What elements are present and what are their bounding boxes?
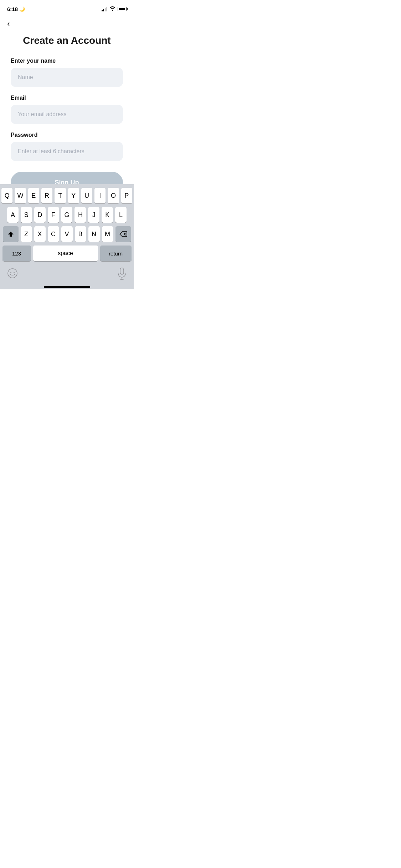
key-v[interactable]: V	[61, 226, 73, 242]
signal-icon	[102, 7, 108, 11]
svg-rect-3	[120, 268, 124, 274]
form-container: Create an Account Enter your name Email …	[0, 35, 134, 208]
email-field-group: Email	[11, 95, 123, 124]
page-title: Create an Account	[11, 35, 123, 46]
keyboard: Q W E R T Y U I O P A S D F G H J K L Z …	[0, 184, 134, 289]
space-key[interactable]: space	[33, 246, 98, 261]
key-q[interactable]: Q	[1, 188, 12, 203]
svg-point-1	[10, 272, 11, 273]
key-d[interactable]: D	[34, 207, 46, 223]
keyboard-row-3: Z X C V B N M	[1, 226, 132, 242]
key-m[interactable]: M	[102, 226, 113, 242]
status-bar: 6:18 🌙	[0, 0, 134, 16]
keyboard-row-1: Q W E R T Y U I O P	[1, 188, 132, 203]
key-c[interactable]: C	[48, 226, 59, 242]
key-s[interactable]: S	[21, 207, 32, 223]
status-icons	[102, 6, 127, 12]
key-b[interactable]: B	[75, 226, 86, 242]
password-input[interactable]	[11, 142, 123, 161]
keyboard-row-2: A S D F G H J K L	[1, 207, 132, 223]
return-key[interactable]: return	[100, 246, 132, 261]
key-f[interactable]: F	[48, 207, 59, 223]
key-t[interactable]: T	[55, 188, 66, 203]
microphone-button[interactable]	[117, 268, 127, 281]
svg-point-2	[14, 272, 15, 273]
password-field-group: Password	[11, 132, 123, 161]
name-field-group: Enter your name	[11, 58, 123, 87]
keyboard-accessory-bar	[1, 265, 132, 284]
key-a[interactable]: A	[7, 207, 19, 223]
key-j[interactable]: J	[88, 207, 99, 223]
email-input[interactable]	[11, 105, 123, 124]
key-w[interactable]: W	[15, 188, 26, 203]
status-time: 6:18 🌙	[7, 6, 25, 12]
name-input[interactable]	[11, 68, 123, 87]
key-p[interactable]: P	[121, 188, 132, 203]
key-k[interactable]: K	[102, 207, 113, 223]
key-z[interactable]: Z	[21, 226, 32, 242]
key-i[interactable]: I	[94, 188, 106, 203]
svg-point-0	[8, 269, 17, 278]
key-e[interactable]: E	[28, 188, 39, 203]
time-display: 6:18	[7, 6, 18, 12]
key-h[interactable]: H	[74, 207, 86, 223]
key-y[interactable]: Y	[68, 188, 79, 203]
key-o[interactable]: O	[108, 188, 119, 203]
key-g[interactable]: G	[61, 207, 73, 223]
numbers-key[interactable]: 123	[2, 246, 31, 261]
key-u[interactable]: U	[81, 188, 92, 203]
keyboard-bottom-row: 123 space return	[1, 246, 132, 261]
backspace-key[interactable]	[115, 226, 131, 242]
home-indicator	[1, 284, 132, 289]
key-x[interactable]: X	[34, 226, 46, 242]
shift-key[interactable]	[3, 226, 19, 242]
emoji-button[interactable]	[7, 268, 18, 281]
key-l[interactable]: L	[115, 207, 127, 223]
password-label: Password	[11, 132, 123, 138]
key-n[interactable]: N	[88, 226, 100, 242]
battery-icon	[118, 7, 127, 11]
back-chevron-icon: ‹	[7, 19, 10, 28]
back-button[interactable]: ‹	[0, 16, 134, 32]
email-label: Email	[11, 95, 123, 101]
name-label: Enter your name	[11, 58, 123, 64]
moon-icon: 🌙	[19, 6, 25, 12]
wifi-icon	[109, 6, 115, 12]
key-r[interactable]: R	[41, 188, 52, 203]
